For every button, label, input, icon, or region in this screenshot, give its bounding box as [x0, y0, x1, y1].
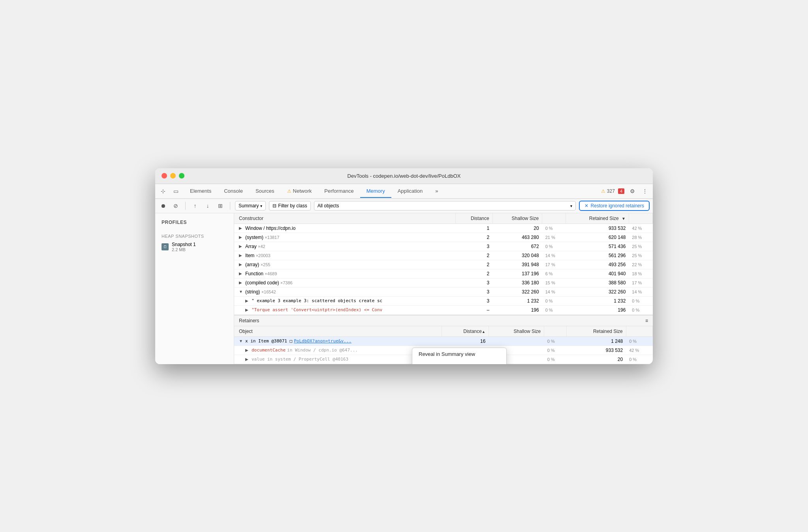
td-distance: 3 [456, 287, 492, 296]
table-row[interactable]: ▶ " example 3 example 3: scattered objec… [234, 296, 653, 305]
retainer-row-selected[interactable]: ▼ x in Item @38071 □ PoLdbOX?anon=true&v… [234, 336, 653, 346]
expand-arrow-icon[interactable]: ▶ [239, 271, 244, 276]
table-row[interactable]: ▶ "Torque assert 'Convert<uintptr>(endIn… [234, 305, 653, 314]
maximize-button[interactable] [179, 173, 184, 179]
expand-arrow-icon[interactable]: ▶ [239, 253, 244, 258]
restore-button[interactable]: ✕ Restore ignored retainers [579, 201, 650, 211]
tab-sources[interactable]: Sources [249, 185, 281, 198]
td-retained-pct: 14 % [629, 287, 652, 296]
snapshot-info: Snapshot 1 2.2 MB [172, 242, 196, 252]
td-retained-pct: 0 % [629, 305, 652, 314]
expand-arrow-icon[interactable]: ▶ [245, 357, 250, 361]
retainers-title: Retainers [239, 318, 259, 323]
td-retained: 493 256 [566, 260, 629, 269]
table-row[interactable]: ▶ (compiled code) ×7386 3 336 180 15 % 3… [234, 278, 653, 287]
expand-arrow-icon[interactable]: ▶ [239, 262, 244, 267]
td-retained-pct: 18 % [629, 269, 652, 278]
devtools-window: DevTools - codepen.io/web-dot-dev/live/P… [155, 168, 653, 364]
td-retained: 388 580 [566, 278, 629, 287]
expand-arrow-icon[interactable]: ▶ [239, 226, 244, 230]
toolbar-separator-2 [230, 202, 230, 210]
objects-chevron-icon: ▾ [570, 204, 572, 208]
td-retained: 933 532 [566, 224, 629, 233]
td-shallow-pct: 14 % [542, 251, 566, 260]
td-constructor: ▶ (system) ×13817 [234, 233, 456, 242]
download-icon[interactable]: ↓ [203, 201, 212, 211]
expand-arrow-icon[interactable]: ▼ [239, 339, 244, 343]
table-row[interactable]: ▶ Item ×20003 2 320 048 14 % 561 296 25 … [234, 251, 653, 260]
td-shallow-pct: 14 % [542, 287, 566, 296]
expand-arrow-icon[interactable]: ▶ [239, 244, 244, 248]
tab-network[interactable]: ⚠ Network [281, 185, 318, 198]
retainers-header: Retainers ≡ [234, 316, 653, 326]
td-constructor: ▶ (array) ×255 [234, 260, 456, 269]
td-retained: 196 [566, 305, 629, 314]
td-shallow-pct: 15 % [542, 278, 566, 287]
secondary-toolbar: ⏺ ⊘ ↑ ↓ ⊞ Summary ▾ ⊟ Filter by class Al… [155, 199, 653, 213]
rtd-retained: 1 248 [567, 336, 626, 346]
td-constructor: ▶ Item ×20003 [234, 251, 456, 260]
stop-icon[interactable]: ⊘ [171, 201, 180, 211]
rth-retained: Retained Size [567, 326, 626, 337]
expand-arrow-icon[interactable]: ▶ [239, 280, 244, 285]
scroll-icon: ≡ [645, 318, 648, 323]
rth-shallow: Shallow Size [489, 326, 544, 337]
td-constructor: ▶ Array ×42 [234, 242, 456, 251]
window-title: DevTools - codepen.io/web-dot-dev/live/P… [348, 173, 461, 179]
tab-console[interactable]: Console [218, 185, 249, 198]
td-retained-pct: 42 % [629, 224, 652, 233]
clear-icon[interactable]: ⊞ [216, 201, 225, 211]
settings-icon[interactable]: ⚙ [628, 186, 637, 196]
td-shallow: 336 180 [492, 278, 542, 287]
close-button[interactable] [162, 173, 167, 179]
inspect-icon[interactable]: ⊹ [158, 186, 168, 196]
tab-more[interactable]: » [429, 185, 444, 198]
expand-arrow-icon[interactable]: ▶ [245, 348, 250, 352]
td-distance: 3 [456, 296, 492, 305]
th-retained-pct [629, 213, 652, 224]
expand-arrow-icon[interactable]: ▼ [239, 289, 244, 294]
rtd-retained-pct: 0 % [626, 336, 652, 346]
upload-icon[interactable]: ↑ [190, 201, 200, 211]
th-shallow-size: Shallow Size [492, 213, 542, 224]
objects-dropdown[interactable]: All objects ▾ [314, 201, 576, 211]
td-distance: 2 [456, 260, 492, 269]
record-icon[interactable]: ⏺ [158, 201, 168, 211]
td-shallow: 137 196 [492, 269, 542, 278]
tab-elements[interactable]: Elements [184, 185, 218, 198]
table-row[interactable]: ▶ Window / https://cdpn.io 1 20 0 % 933 … [234, 224, 653, 233]
td-distance: 2 [456, 251, 492, 260]
table-row[interactable]: ▶ Array ×42 3 672 0 % 571 436 25 % [234, 242, 653, 251]
traffic-lights [162, 173, 184, 179]
summary-dropdown[interactable]: Summary ▾ [235, 201, 266, 211]
context-reveal-summary[interactable]: Reveal in Summary view [412, 348, 506, 360]
td-shallow-pct: 0 % [542, 305, 566, 314]
tab-application[interactable]: Application [391, 185, 429, 198]
th-retained-size: Retained Size ▼ [566, 213, 629, 224]
warning-badge: ⚠ 327 [601, 188, 615, 194]
td-distance: 3 [456, 278, 492, 287]
filter-button[interactable]: ⊟ Filter by class [269, 201, 310, 211]
table-row[interactable]: ▶ (system) ×13817 2 463 280 21 % 620 148… [234, 233, 653, 242]
rth-retained-pct [626, 326, 652, 337]
expand-arrow-icon[interactable]: ▶ [239, 235, 244, 239]
device-icon[interactable]: ▭ [171, 186, 180, 196]
table-row[interactable]: ▼ (string) ×16542 3 322 260 14 % 322 260… [234, 287, 653, 296]
constructor-tbody: ▶ Window / https://cdpn.io 1 20 0 % 933 … [234, 224, 653, 314]
td-distance: 1 [456, 224, 492, 233]
table-row[interactable]: ▶ (array) ×255 2 391 948 17 % 493 256 22… [234, 260, 653, 269]
context-store-global[interactable]: Store as global variable [412, 360, 506, 364]
td-shallow: 196 [492, 305, 542, 314]
expand-arrow-icon[interactable]: ▶ [245, 299, 250, 303]
minimize-button[interactable] [170, 173, 176, 179]
expand-arrow-icon[interactable]: ▶ [245, 308, 250, 312]
tab-memory[interactable]: Memory [360, 185, 391, 198]
tab-performance[interactable]: Performance [318, 185, 360, 198]
table-row[interactable]: ▶ Function ×4689 2 137 196 6 % 401 940 1… [234, 269, 653, 278]
more-options-icon[interactable]: ⋮ [640, 186, 650, 196]
td-shallow: 322 260 [492, 287, 542, 296]
td-distance: 2 [456, 233, 492, 242]
snapshot-item[interactable]: 🗒 Snapshot 1 2.2 MB [155, 239, 234, 254]
toolbar-separator-1 [185, 202, 186, 210]
td-retained-pct: 25 % [629, 242, 652, 251]
